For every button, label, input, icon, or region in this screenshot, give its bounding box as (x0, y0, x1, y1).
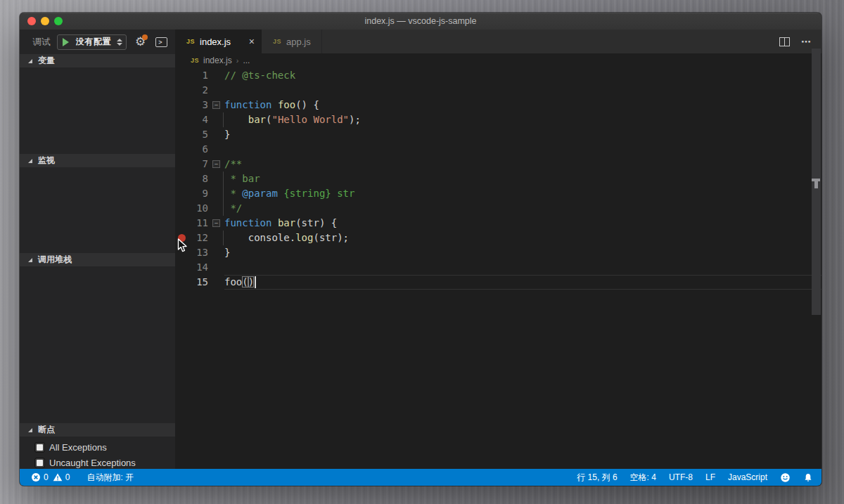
code-line-5[interactable]: 5} (175, 127, 821, 142)
more-actions-icon[interactable]: ⋯ (801, 36, 812, 47)
warning-count[interactable]: 0 (53, 472, 70, 482)
indentation-setting[interactable]: 空格: 4 (630, 472, 656, 484)
code-line-2[interactable]: 2 (175, 83, 821, 98)
glyph-margin[interactable] (175, 83, 188, 98)
auto-attach-status[interactable]: 自动附加: 开 (87, 472, 134, 484)
close-window-button[interactable] (27, 17, 36, 25)
pane-header-watch[interactable]: 监视 (20, 154, 175, 167)
code-line-text[interactable]: /** (224, 157, 821, 172)
glyph-margin[interactable] (175, 216, 188, 231)
code-token: () { (295, 99, 319, 110)
code-line-text[interactable] (224, 142, 821, 157)
code-line-6[interactable]: 6 (175, 142, 821, 157)
pane-header-callstack[interactable]: 调用堆栈 (20, 253, 175, 266)
checkbox-icon[interactable] (35, 458, 44, 467)
code-line-text[interactable]: bar("Hello World"); (224, 112, 821, 127)
glyph-margin[interactable] (175, 142, 188, 157)
line-number[interactable]: 11 (188, 216, 208, 231)
zoom-window-button[interactable] (54, 17, 63, 25)
line-number[interactable]: 7 (188, 157, 208, 172)
error-count[interactable]: 0 (31, 472, 49, 482)
variables-pane-body (20, 67, 175, 154)
code-line-8[interactable]: 8 * bar (175, 172, 821, 186)
glyph-margin[interactable] (175, 172, 188, 186)
debug-config-dropdown[interactable]: 没有配置 (73, 35, 126, 49)
glyph-margin[interactable] (175, 68, 188, 83)
code-line-text[interactable]: console.log(str); (224, 231, 821, 245)
line-number[interactable]: 5 (188, 127, 208, 142)
fold-collapse-icon[interactable]: − (212, 101, 220, 109)
line-number[interactable]: 4 (188, 112, 208, 127)
line-number[interactable]: 15 (188, 275, 208, 290)
line-number[interactable]: 1 (188, 68, 208, 83)
close-tab-icon[interactable]: × (249, 37, 255, 46)
js-file-icon: JS (191, 57, 199, 64)
line-number[interactable]: 12 (188, 231, 208, 245)
code-line-1[interactable]: 1// @ts-check (175, 68, 821, 83)
cursor-position[interactable]: 行 15, 列 6 (577, 472, 617, 484)
code-line-3[interactable]: 3−function foo() { (175, 98, 821, 112)
code-line-12[interactable]: 12 console.log(str); (175, 231, 821, 245)
code-line-text[interactable]: * @param {string} str (224, 186, 821, 201)
breadcrumb-more[interactable]: ... (243, 56, 250, 65)
split-editor-icon[interactable] (779, 37, 790, 46)
glyph-margin[interactable] (175, 127, 188, 142)
code-line-14[interactable]: 14 (175, 260, 821, 275)
glyph-margin[interactable] (175, 112, 188, 127)
code-line-15[interactable]: 15foo() (175, 275, 821, 290)
tab-app-js[interactable]: JS app.js (262, 30, 322, 53)
breadcrumb[interactable]: JS index.js › ... (175, 53, 821, 67)
breakpoint-item-all-exceptions[interactable]: All Exceptions (20, 439, 175, 455)
code-line-13[interactable]: 13} (175, 245, 821, 260)
glyph-margin[interactable] (175, 186, 188, 201)
feedback-smiley-icon[interactable] (780, 472, 791, 483)
checkbox-icon[interactable] (35, 443, 44, 452)
fold-collapse-icon[interactable]: − (212, 219, 220, 227)
minimize-window-button[interactable] (41, 17, 49, 25)
code-line-text[interactable] (224, 83, 821, 98)
line-number[interactable]: 9 (188, 186, 208, 201)
fold-collapse-icon[interactable]: − (212, 160, 220, 168)
code-line-7[interactable]: 7−/** (175, 157, 821, 172)
line-number[interactable]: 6 (188, 142, 208, 157)
code-line-text[interactable]: function foo() { (224, 98, 821, 112)
glyph-margin[interactable] (175, 98, 188, 112)
glyph-margin[interactable] (175, 157, 188, 172)
glyph-margin[interactable] (175, 260, 188, 275)
notifications-bell-icon[interactable] (803, 472, 813, 483)
pane-header-breakpoints[interactable]: 断点 (20, 423, 175, 437)
code-line-10[interactable]: 10 */ (175, 201, 821, 216)
line-number[interactable]: 8 (188, 172, 208, 186)
code-line-text[interactable]: // @ts-check (224, 68, 821, 83)
line-number[interactable]: 3 (188, 98, 208, 112)
debug-start-button[interactable] (58, 35, 73, 49)
gear-icon[interactable]: ⚙ (135, 36, 146, 48)
glyph-margin[interactable] (175, 201, 188, 216)
debug-console-icon[interactable]: > (155, 37, 167, 47)
eol-setting[interactable]: LF (705, 472, 715, 482)
fold-column: − (208, 157, 224, 172)
code-lines[interactable]: 1// @ts-check23−function foo() {4 bar("H… (175, 67, 821, 469)
code-line-text[interactable]: * bar (224, 172, 821, 186)
code-line-text[interactable]: */ (224, 201, 821, 216)
code-token: foo (224, 276, 242, 287)
pane-header-variables[interactable]: 变量 (20, 54, 175, 67)
breakpoint-item-uncaught-exceptions[interactable]: Uncaught Exceptions (20, 455, 175, 470)
breadcrumb-file[interactable]: index.js (203, 56, 232, 65)
code-line-text[interactable]: } (224, 127, 821, 142)
encoding-setting[interactable]: UTF-8 (669, 472, 693, 482)
language-mode[interactable]: JavaScript (728, 472, 767, 482)
code-line-11[interactable]: 11−function bar(str) { (175, 216, 821, 231)
code-line-4[interactable]: 4 bar("Hello World"); (175, 112, 821, 127)
code-line-text[interactable]: foo() (224, 275, 821, 290)
line-number[interactable]: 14 (188, 260, 208, 275)
code-line-9[interactable]: 9 * @param {string} str (175, 186, 821, 201)
code-line-text[interactable]: } (224, 245, 821, 260)
line-number[interactable]: 10 (188, 201, 208, 216)
tab-index-js[interactable]: JS index.js × (175, 30, 262, 53)
code-line-text[interactable]: function bar(str) { (224, 216, 821, 231)
code-line-text[interactable] (224, 260, 821, 275)
glyph-margin[interactable] (175, 275, 188, 290)
line-number[interactable]: 13 (188, 245, 208, 260)
line-number[interactable]: 2 (188, 83, 208, 98)
